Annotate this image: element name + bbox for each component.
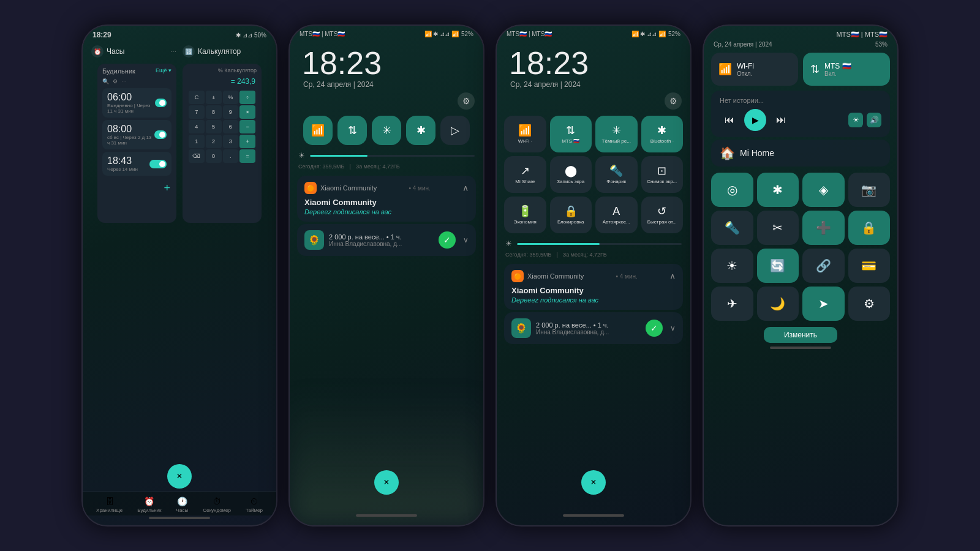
brightness-btn-4[interactable]: ☀ [848,113,863,127]
tile-brightness-4[interactable]: ☀ [711,249,753,283]
calc-btn-pct[interactable]: % [223,91,239,104]
qt-screenshot-3[interactable]: ⊡ Снимок экр... [641,156,684,193]
nav-storage[interactable]: 🗄 Хранилище [96,497,123,513]
check-btn-3[interactable]: ✓ [646,320,663,337]
calc-btn-div[interactable]: ÷ [239,91,255,104]
tile-sync-4[interactable]: 🔄 [757,249,799,283]
qt-quick-3[interactable]: ↺ Быстрая от... [641,197,684,233]
close-recent-btn[interactable]: × [167,464,192,489]
tile-orientation-4[interactable]: ◎ [711,173,753,207]
money-notif-2[interactable]: 🌻 2 000 р. на весе... • 1 ч. Инна Владис… [297,224,476,256]
wifi-toggle-2[interactable]: 📶 [303,116,333,145]
xiaomi-notif-2[interactable]: 🟠 Xiaomi Community • 4 мин. ∧ Xiaomi Com… [297,176,476,222]
tile-add-4[interactable]: ➕ [802,211,845,245]
qt-autobr-3[interactable]: A Автояркос... [595,197,638,233]
notif2-expand-3[interactable]: ∨ [670,324,676,332]
calc-btn-8[interactable]: 8 [206,105,222,119]
volume-btn-4[interactable]: 🔊 [867,113,881,127]
calc-btn-c[interactable]: C [189,91,205,104]
dark-mode-toggle-2[interactable]: ✳ [372,116,401,145]
close-notif-btn-3[interactable]: × [581,470,606,495]
wifi-tile-4[interactable]: 📶 Wi-Fi Откл. [711,53,798,86]
calc-btn-6[interactable]: 6 [223,120,239,133]
calc-btn-0[interactable]: 0 [206,149,222,163]
calc-btn-1[interactable]: 1 [189,135,205,148]
calc-btn-mul[interactable]: × [239,105,255,119]
qt-battery-3[interactable]: 🔋 Экономия [504,197,546,233]
clock-nav-label: Часы [176,508,189,513]
app-labels-row: ⏰ Часы ⋯ 🔢 Калькулятор [89,45,270,61]
qt-mishare-3[interactable]: ↗ Mi Share [504,156,546,193]
nav-alarm[interactable]: ⏰ Будильник [137,497,161,513]
nfc-toggle-2[interactable]: ▷ [440,116,470,145]
mts-name-4: MTS 🇷🇺 [824,62,851,70]
xiaomi-notif-3[interactable]: 🟠 Xiaomi Community • 4 мин. ∧ Xiaomi Com… [504,264,683,310]
calc-app-card[interactable]: % Калькулятор = 243,9 C ± % ÷ 7 8 [183,64,262,223]
alarm-item-2[interactable]: 08:00 сб вс | Через 2 д 13 ч 31 мин [102,120,172,149]
mts-tile-4[interactable]: ⇅ MTS 🇷🇺 Вкл. [803,53,890,86]
notif2-expand-2[interactable]: ∨ [463,236,469,244]
tile-moon-4[interactable]: 🌙 [757,287,799,321]
nav-stopwatch[interactable]: ⏱ Секундомер [203,497,231,513]
money-notif-3[interactable]: 🌻 2 000 р. на весе... • 1 ч. Инна Владис… [504,312,683,344]
alarm-2-toggle[interactable] [154,130,167,139]
mts-icon-4: ⇅ [810,62,820,76]
alarm-item-3[interactable]: 18:43 Через 14 мин [102,152,172,176]
qt-torch-3[interactable]: 🔦 Фонарик [595,156,638,193]
phone-1: 18:29 ✱ ⊿⊿ 50% ⏰ Часы ⋯ [81,24,277,527]
nav-timer[interactable]: ⏲ Таймер [246,497,263,513]
calc-btn-9[interactable]: 9 [223,105,239,119]
bluetooth-toggle-2[interactable]: ✱ [406,116,435,145]
calc-btn-eq[interactable]: = [239,149,255,163]
calc-btn-7[interactable]: 7 [189,105,205,119]
clock-menu[interactable]: ⋯ [170,48,176,55]
nav-clock[interactable]: 🕐 Часы [176,497,189,513]
tile-nfc-4[interactable]: ◈ [802,173,845,207]
settings-btn-3[interactable]: ⚙ [665,92,682,110]
alarm-3-toggle[interactable] [149,160,167,168]
qt-record-3[interactable]: ⬤ Запись экра [550,156,592,193]
tile-cam-4[interactable]: 📷 [848,173,891,207]
play-btn-4[interactable]: ▶ [744,109,766,131]
tile-chain-4[interactable]: 🔗 [802,249,845,283]
notif-expand-3[interactable]: ∧ [669,271,676,281]
calc-btn-2[interactable]: 2 [206,135,222,148]
tile-lock-4[interactable]: 🔒 [848,211,891,245]
mobile-data-toggle-2[interactable]: ⇅ [337,116,367,145]
qt-lock-3[interactable]: 🔒 Блокировка [550,197,592,233]
add-alarm-btn[interactable]: + [102,178,172,195]
qt-dark-3[interactable]: ✳ Тёмный ре... [595,116,638,152]
qt-wifi-3[interactable]: 📶 Wi-Fi · [504,116,546,152]
alarm-item-1[interactable]: 06:00 Ежедневно | Через 11 ч 31 мин [102,88,172,118]
next-btn-4[interactable]: ⏭ [771,110,791,130]
calc-btn-minus[interactable]: − [239,120,255,133]
calc-btn-3[interactable]: 3 [223,135,239,148]
close-notif-btn-2[interactable]: × [374,470,399,495]
clock-app-card[interactable]: Будильник Ещё ▾ 🔍 ⚙ ⋯ [97,64,176,223]
filter-icon: 🔍 [102,78,109,84]
phone4-screen: MTS🇷🇺 | MTS🇷🇺 Ср, 24 апреля | 2024 53% 📶… [704,26,897,525]
mi-home-row-4[interactable]: 🏠 Mi Home [711,140,890,167]
tile-bt-4[interactable]: ✱ [757,173,799,207]
qt-mts-3[interactable]: ⇅ MTS 🇷🇺 [550,116,592,152]
calc-btn-backspace[interactable]: ⌫ [189,149,205,163]
prev-btn-4[interactable]: ⏮ [720,110,739,130]
alarm-1-toggle[interactable] [155,99,167,107]
settings-btn-2[interactable]: ⚙ [458,92,475,110]
tile-scissors-4[interactable]: ✂ [757,211,799,245]
tile-location-4[interactable]: ➤ [802,287,845,321]
check-btn-2[interactable]: ✓ [439,231,456,249]
battery-icon-1: 50% [254,32,266,39]
calc-btn-plus[interactable]: + [239,135,255,148]
calc-btn-5[interactable]: 5 [206,120,222,133]
tile-settings-4[interactable]: ⚙ [848,287,891,321]
change-btn-4[interactable]: Изменить [764,327,837,343]
tile-airplane-4[interactable]: ✈ [711,287,753,321]
calc-btn-sign[interactable]: ± [206,91,222,104]
tile-card-4[interactable]: 💳 [848,249,891,283]
calc-btn-dot[interactable]: . [223,149,239,163]
qt-bt-3[interactable]: ✱ Bluetooth · [641,116,684,152]
notif-expand-2[interactable]: ∧ [462,183,469,193]
tile-torch-4[interactable]: 🔦 [711,211,753,245]
calc-btn-4[interactable]: 4 [189,120,205,133]
